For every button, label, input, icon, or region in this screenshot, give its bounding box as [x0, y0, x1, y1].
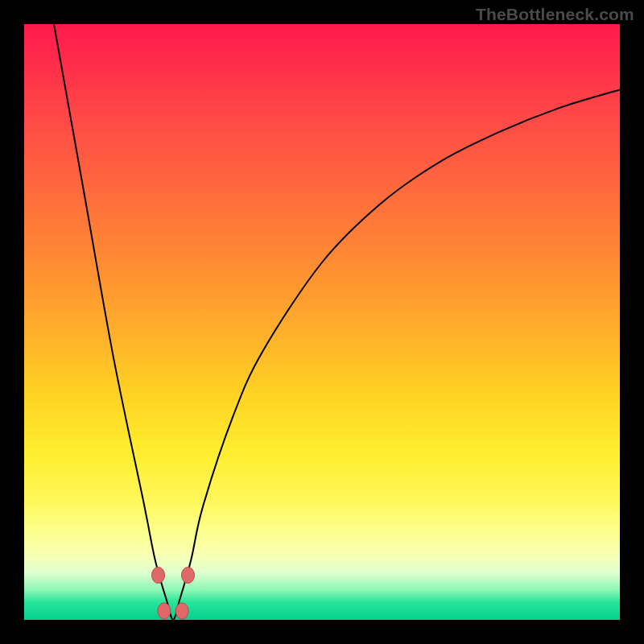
watermark-text: TheBottleneck.com	[476, 5, 634, 24]
curve-marker	[175, 603, 188, 619]
curve-svg	[24, 24, 620, 620]
curve-markers	[152, 568, 195, 619]
bottleneck-curve	[54, 24, 620, 620]
curve-marker	[158, 603, 171, 619]
plot-area	[24, 24, 620, 620]
curve-marker	[182, 568, 195, 584]
chart-frame: TheBottleneck.com	[0, 0, 644, 644]
curve-marker	[152, 568, 165, 584]
